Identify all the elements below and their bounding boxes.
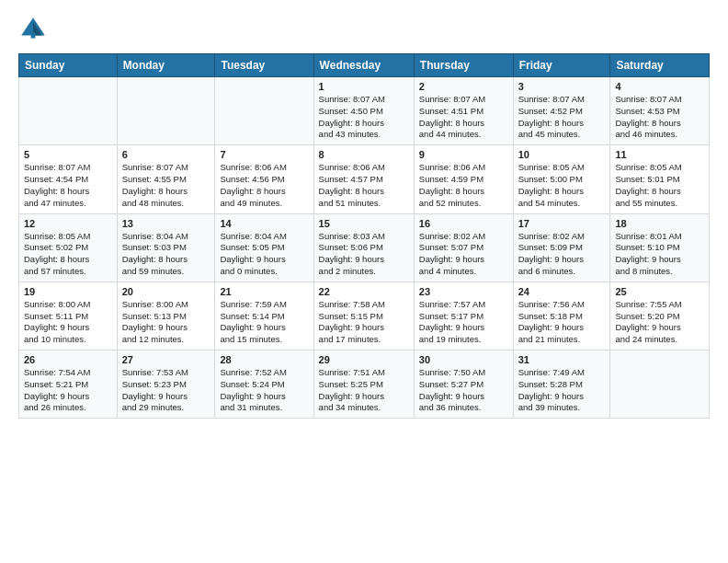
- page: SundayMondayTuesdayWednesdayThursdayFrid…: [0, 0, 728, 437]
- logo: [18, 15, 51, 44]
- day-info: Sunrise: 8:06 AM Sunset: 4:57 PM Dayligh…: [319, 162, 409, 209]
- day-info: Sunrise: 7:53 AM Sunset: 5:23 PM Dayligh…: [122, 367, 210, 414]
- day-info: Sunrise: 7:51 AM Sunset: 5:25 PM Dayligh…: [319, 367, 409, 414]
- day-cell: 8Sunrise: 8:06 AM Sunset: 4:57 PM Daylig…: [313, 145, 414, 213]
- day-cell: 10Sunrise: 8:05 AM Sunset: 5:00 PM Dayli…: [513, 145, 610, 213]
- week-row-3: 12Sunrise: 8:05 AM Sunset: 5:02 PM Dayli…: [19, 213, 710, 282]
- day-info: Sunrise: 8:07 AM Sunset: 4:55 PM Dayligh…: [122, 162, 210, 209]
- day-cell: 13Sunrise: 8:04 AM Sunset: 5:03 PM Dayli…: [117, 213, 215, 282]
- day-number: 16: [419, 218, 508, 229]
- day-number: 27: [122, 354, 210, 365]
- day-cell: [117, 77, 215, 145]
- day-number: 28: [220, 354, 308, 365]
- day-info: Sunrise: 8:00 AM Sunset: 5:13 PM Dayligh…: [122, 299, 210, 346]
- day-info: Sunrise: 8:07 AM Sunset: 4:50 PM Dayligh…: [319, 94, 409, 141]
- day-info: Sunrise: 8:02 AM Sunset: 5:07 PM Dayligh…: [419, 231, 508, 278]
- day-info: Sunrise: 8:07 AM Sunset: 4:54 PM Dayligh…: [24, 162, 112, 209]
- day-number: 21: [220, 286, 308, 297]
- day-cell: 18Sunrise: 8:01 AM Sunset: 5:10 PM Dayli…: [610, 213, 710, 282]
- day-info: Sunrise: 8:04 AM Sunset: 5:05 PM Dayligh…: [220, 231, 308, 278]
- day-number: 12: [24, 218, 112, 229]
- day-cell: 23Sunrise: 7:57 AM Sunset: 5:17 PM Dayli…: [414, 282, 513, 350]
- day-number: 30: [419, 354, 508, 365]
- day-cell: 9Sunrise: 8:06 AM Sunset: 4:59 PM Daylig…: [414, 145, 513, 213]
- day-cell: 20Sunrise: 8:00 AM Sunset: 5:13 PM Dayli…: [117, 282, 215, 350]
- day-info: Sunrise: 8:04 AM Sunset: 5:03 PM Dayligh…: [122, 231, 210, 278]
- day-cell: 22Sunrise: 7:58 AM Sunset: 5:15 PM Dayli…: [313, 282, 414, 350]
- day-cell: 27Sunrise: 7:53 AM Sunset: 5:23 PM Dayli…: [117, 350, 215, 419]
- day-number: 10: [518, 149, 606, 160]
- day-cell: 7Sunrise: 8:06 AM Sunset: 4:56 PM Daylig…: [215, 145, 313, 213]
- day-info: Sunrise: 7:55 AM Sunset: 5:20 PM Dayligh…: [615, 299, 704, 346]
- day-number: 23: [419, 286, 508, 297]
- week-row-5: 26Sunrise: 7:54 AM Sunset: 5:21 PM Dayli…: [19, 350, 710, 419]
- day-info: Sunrise: 7:59 AM Sunset: 5:14 PM Dayligh…: [220, 299, 308, 346]
- day-number: 25: [615, 286, 704, 297]
- calendar-body: 1Sunrise: 8:07 AM Sunset: 4:50 PM Daylig…: [19, 77, 710, 419]
- day-number: 8: [319, 149, 409, 160]
- day-number: 14: [220, 218, 308, 229]
- calendar: SundayMondayTuesdayWednesdayThursdayFrid…: [18, 53, 710, 419]
- day-number: 29: [319, 354, 409, 365]
- day-cell: [610, 350, 710, 419]
- day-info: Sunrise: 8:05 AM Sunset: 5:01 PM Dayligh…: [615, 162, 704, 209]
- day-info: Sunrise: 7:52 AM Sunset: 5:24 PM Dayligh…: [220, 367, 308, 414]
- day-info: Sunrise: 8:03 AM Sunset: 5:06 PM Dayligh…: [319, 231, 409, 278]
- day-info: Sunrise: 8:07 AM Sunset: 4:51 PM Dayligh…: [419, 94, 508, 141]
- day-cell: 28Sunrise: 7:52 AM Sunset: 5:24 PM Dayli…: [215, 350, 313, 419]
- day-number: 15: [319, 218, 409, 229]
- day-info: Sunrise: 7:50 AM Sunset: 5:27 PM Dayligh…: [419, 367, 508, 414]
- day-info: Sunrise: 8:00 AM Sunset: 5:11 PM Dayligh…: [24, 299, 112, 346]
- day-info: Sunrise: 8:06 AM Sunset: 4:59 PM Dayligh…: [419, 162, 508, 209]
- weekday-header-thursday: Thursday: [414, 54, 513, 77]
- day-cell: 2Sunrise: 8:07 AM Sunset: 4:51 PM Daylig…: [414, 77, 513, 145]
- day-info: Sunrise: 8:07 AM Sunset: 4:53 PM Dayligh…: [615, 94, 704, 141]
- day-number: 2: [419, 81, 508, 92]
- weekday-header-saturday: Saturday: [610, 54, 710, 77]
- weekday-header-tuesday: Tuesday: [215, 54, 313, 77]
- day-cell: 11Sunrise: 8:05 AM Sunset: 5:01 PM Dayli…: [610, 145, 710, 213]
- day-info: Sunrise: 8:02 AM Sunset: 5:09 PM Dayligh…: [518, 231, 606, 278]
- week-row-4: 19Sunrise: 8:00 AM Sunset: 5:11 PM Dayli…: [19, 282, 710, 350]
- day-cell: 15Sunrise: 8:03 AM Sunset: 5:06 PM Dayli…: [313, 213, 414, 282]
- logo-icon: [18, 15, 48, 44]
- calendar-header: SundayMondayTuesdayWednesdayThursdayFrid…: [19, 54, 710, 77]
- day-number: 22: [319, 286, 409, 297]
- day-number: 24: [518, 286, 606, 297]
- day-info: Sunrise: 7:57 AM Sunset: 5:17 PM Dayligh…: [419, 299, 508, 346]
- day-info: Sunrise: 7:54 AM Sunset: 5:21 PM Dayligh…: [24, 367, 112, 414]
- day-number: 6: [122, 149, 210, 160]
- day-info: Sunrise: 7:58 AM Sunset: 5:15 PM Dayligh…: [319, 299, 409, 346]
- day-cell: 3Sunrise: 8:07 AM Sunset: 4:52 PM Daylig…: [513, 77, 610, 145]
- day-number: 3: [518, 81, 606, 92]
- weekday-header-monday: Monday: [117, 54, 215, 77]
- day-info: Sunrise: 8:06 AM Sunset: 4:56 PM Dayligh…: [220, 162, 308, 209]
- day-number: 13: [122, 218, 210, 229]
- weekday-header-friday: Friday: [513, 54, 610, 77]
- day-info: Sunrise: 7:56 AM Sunset: 5:18 PM Dayligh…: [518, 299, 606, 346]
- day-cell: 19Sunrise: 8:00 AM Sunset: 5:11 PM Dayli…: [19, 282, 118, 350]
- day-number: 5: [24, 149, 112, 160]
- day-number: 11: [615, 149, 704, 160]
- day-cell: 31Sunrise: 7:49 AM Sunset: 5:28 PM Dayli…: [513, 350, 610, 419]
- svg-rect-2: [31, 32, 36, 38]
- day-info: Sunrise: 8:05 AM Sunset: 5:00 PM Dayligh…: [518, 162, 606, 209]
- day-info: Sunrise: 8:05 AM Sunset: 5:02 PM Dayligh…: [24, 231, 112, 278]
- day-cell: [215, 77, 313, 145]
- day-cell: 29Sunrise: 7:51 AM Sunset: 5:25 PM Dayli…: [313, 350, 414, 419]
- day-cell: 30Sunrise: 7:50 AM Sunset: 5:27 PM Dayli…: [414, 350, 513, 419]
- day-cell: 24Sunrise: 7:56 AM Sunset: 5:18 PM Dayli…: [513, 282, 610, 350]
- day-number: 31: [518, 354, 606, 365]
- day-cell: 6Sunrise: 8:07 AM Sunset: 4:55 PM Daylig…: [117, 145, 215, 213]
- day-number: 18: [615, 218, 704, 229]
- day-info: Sunrise: 7:49 AM Sunset: 5:28 PM Dayligh…: [518, 367, 606, 414]
- day-number: 17: [518, 218, 606, 229]
- weekday-row: SundayMondayTuesdayWednesdayThursdayFrid…: [19, 54, 710, 77]
- day-cell: 17Sunrise: 8:02 AM Sunset: 5:09 PM Dayli…: [513, 213, 610, 282]
- day-number: 9: [419, 149, 508, 160]
- week-row-2: 5Sunrise: 8:07 AM Sunset: 4:54 PM Daylig…: [19, 145, 710, 213]
- day-info: Sunrise: 8:01 AM Sunset: 5:10 PM Dayligh…: [615, 231, 704, 278]
- day-info: Sunrise: 8:07 AM Sunset: 4:52 PM Dayligh…: [518, 94, 606, 141]
- day-cell: 4Sunrise: 8:07 AM Sunset: 4:53 PM Daylig…: [610, 77, 710, 145]
- day-number: 1: [319, 81, 409, 92]
